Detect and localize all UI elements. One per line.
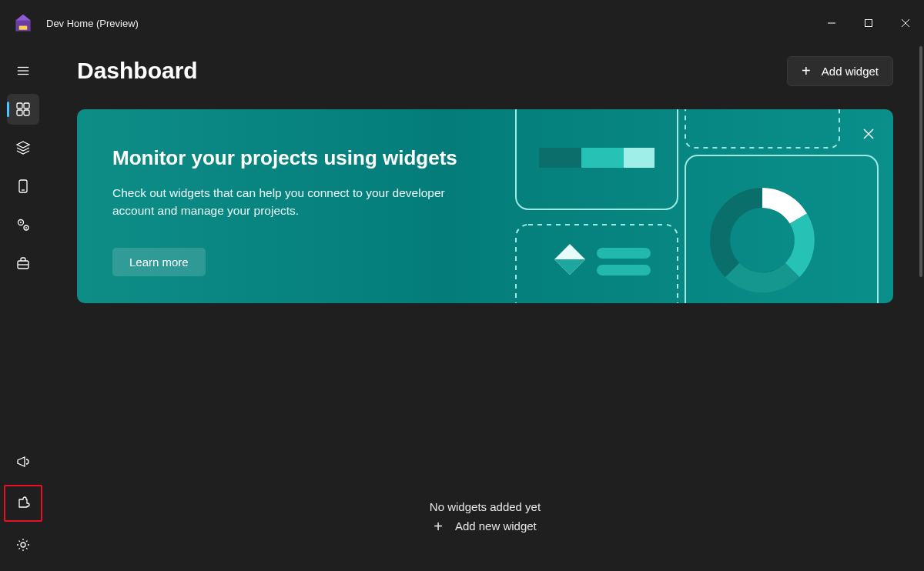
sidebar-item-settings[interactable] bbox=[7, 529, 39, 560]
page-title: Dashboard bbox=[77, 58, 198, 84]
sidebar-item-device[interactable] bbox=[7, 171, 39, 202]
svg-rect-25 bbox=[539, 148, 581, 168]
svg-rect-32 bbox=[597, 265, 651, 275]
svg-rect-31 bbox=[597, 248, 651, 259]
banner-illustration bbox=[508, 109, 893, 303]
app-title: Dev Home (Preview) bbox=[46, 18, 139, 29]
header-row: Dashboard + Add widget bbox=[77, 46, 893, 95]
sidebar-item-extensions[interactable] bbox=[7, 488, 39, 519]
svg-rect-10 bbox=[17, 110, 22, 115]
sidebar bbox=[0, 46, 46, 571]
svg-point-20 bbox=[21, 543, 25, 547]
dashboard-icon bbox=[15, 102, 31, 117]
sidebar-item-dashboard[interactable] bbox=[7, 94, 39, 125]
svg-rect-23 bbox=[685, 109, 839, 148]
svg-rect-2 bbox=[865, 20, 872, 27]
titlebar-left: Dev Home (Preview) bbox=[12, 12, 139, 34]
sidebar-item-environments[interactable] bbox=[7, 209, 39, 240]
svg-rect-27 bbox=[624, 148, 654, 168]
banner-title: Monitor your projects using widgets bbox=[112, 146, 485, 170]
titlebar: Dev Home (Preview) bbox=[0, 0, 924, 46]
stack-icon bbox=[15, 140, 31, 155]
learn-more-button[interactable]: Learn more bbox=[112, 248, 206, 276]
add-new-widget-link[interactable]: + Add new widget bbox=[434, 519, 537, 533]
close-button[interactable] bbox=[887, 8, 924, 38]
svg-rect-28 bbox=[516, 225, 678, 303]
empty-state: No widgets added yet + Add new widget bbox=[46, 500, 924, 533]
scrollbar-thumb[interactable] bbox=[919, 46, 922, 277]
megaphone-icon bbox=[15, 454, 31, 469]
window-controls bbox=[813, 8, 924, 38]
svg-point-16 bbox=[20, 222, 22, 223]
empty-state-message: No widgets added yet bbox=[430, 500, 541, 513]
svg-point-17 bbox=[25, 227, 27, 229]
banner-body: Check out widgets that can help you conn… bbox=[112, 184, 485, 220]
sidebar-item-feedback[interactable] bbox=[7, 446, 39, 477]
add-widget-label: Add widget bbox=[822, 65, 879, 78]
main-content: Dashboard + Add widget Monitor your proj… bbox=[46, 46, 924, 571]
scrollbar[interactable] bbox=[919, 46, 922, 565]
svg-marker-30 bbox=[554, 259, 585, 275]
device-icon bbox=[15, 179, 31, 194]
svg-rect-9 bbox=[24, 103, 29, 109]
add-widget-button[interactable]: + Add widget bbox=[787, 56, 893, 86]
highlight-box bbox=[4, 485, 42, 522]
svg-rect-8 bbox=[17, 103, 22, 109]
svg-rect-11 bbox=[24, 110, 29, 115]
maximize-button[interactable] bbox=[850, 8, 887, 38]
puzzle-icon bbox=[15, 496, 31, 511]
hamburger-button[interactable] bbox=[7, 55, 39, 86]
sidebar-item-utilities[interactable] bbox=[7, 248, 39, 279]
toolbox-icon bbox=[15, 255, 31, 271]
hero-banner: Monitor your projects using widgets Chec… bbox=[77, 109, 893, 303]
app-icon bbox=[12, 12, 34, 34]
gears-icon bbox=[15, 217, 31, 232]
add-new-widget-label: Add new widget bbox=[455, 519, 537, 533]
minimize-button[interactable] bbox=[813, 8, 850, 38]
svg-rect-26 bbox=[581, 148, 624, 168]
svg-rect-0 bbox=[19, 26, 28, 30]
sidebar-item-machine-config[interactable] bbox=[7, 132, 39, 163]
settings-icon bbox=[15, 537, 31, 553]
